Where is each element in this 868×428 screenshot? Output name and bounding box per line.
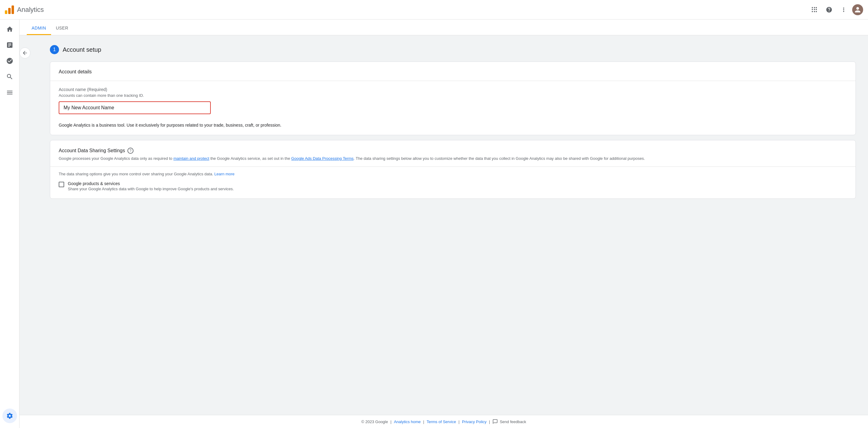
header-left: Analytics (5, 5, 44, 14)
step-header: 1 Account setup (50, 45, 856, 54)
sidebar-item-activity[interactable] (2, 54, 17, 68)
maintain-protect-link[interactable]: maintain and protect (173, 156, 209, 161)
account-name-input[interactable] (59, 102, 211, 114)
feedback-label: Send feedback (500, 420, 526, 424)
sidebar-item-list[interactable] (2, 85, 17, 100)
sharing-divider (50, 167, 856, 167)
sidebar-item-settings[interactable] (2, 408, 17, 423)
step-badge: 1 (50, 45, 59, 54)
cards-container: Account details Account name (Required) … (50, 61, 856, 199)
footer-analytics-home-link[interactable]: Analytics home (394, 420, 421, 424)
logo-bar-2 (8, 8, 11, 14)
back-button[interactable] (20, 48, 30, 58)
apps-icon (812, 7, 817, 12)
data-sharing-help-icon[interactable]: ? (127, 148, 133, 154)
data-sharing-card: Account Data Sharing Settings ? Google p… (50, 140, 856, 199)
more-vert-icon (840, 6, 847, 13)
footer: © 2023 Google | Analytics home | Terms o… (20, 415, 868, 428)
apps-button[interactable] (808, 4, 820, 16)
checkbox-row-1: Google products & services Share your Go… (59, 181, 847, 191)
checkbox-label-1: Google products & services Share your Go… (68, 181, 234, 191)
footer-terms-link[interactable]: Terms of Service (427, 420, 456, 424)
sidebar-item-home[interactable] (2, 22, 17, 36)
body-wrap: ADMIN USER 1 Account setup (0, 20, 868, 428)
app-title: Analytics (17, 6, 44, 14)
arrow-back-icon (22, 50, 28, 56)
help-button[interactable] (823, 4, 835, 16)
card-divider (50, 81, 856, 81)
logo-bar-1 (5, 10, 7, 14)
footer-privacy-link[interactable]: Privacy Policy (462, 420, 487, 424)
top-header: Analytics (0, 0, 868, 20)
more-options-button[interactable] (838, 4, 850, 16)
header-right (808, 4, 863, 16)
account-details-card: Account details Account name (Required) … (50, 61, 856, 135)
business-note: Google Analytics is a business tool. Use… (59, 123, 847, 127)
sidebar-item-search[interactable] (2, 69, 17, 84)
sidebar (0, 20, 20, 428)
step-title: Account setup (63, 46, 101, 53)
send-feedback-button[interactable]: Send feedback (492, 419, 526, 424)
tab-admin[interactable]: ADMIN (27, 21, 51, 35)
sidebar-item-reports[interactable] (2, 38, 17, 52)
required-label: (Required) (87, 87, 107, 92)
google-ads-terms-link[interactable]: Google Ads Data Processing Terms (291, 156, 354, 161)
main-area: ADMIN USER 1 Account setup (20, 20, 868, 428)
logo-bar-3 (11, 5, 14, 14)
sidebar-bottom (2, 408, 17, 426)
checkbox-hint-1: Share your Google Analytics data with Go… (68, 187, 234, 191)
data-sharing-desc: Google processes your Google Analytics d… (59, 155, 847, 162)
back-btn-container (20, 48, 30, 58)
footer-copyright: © 2023 Google (361, 420, 388, 424)
content-scroll: 1 Account setup Account details Account … (20, 35, 868, 415)
account-name-hint: Accounts can contain more than one track… (59, 93, 847, 98)
account-details-title: Account details (59, 69, 847, 75)
learn-more-link[interactable]: Learn more (214, 172, 235, 176)
help-icon (826, 6, 832, 13)
user-avatar[interactable] (852, 4, 863, 15)
learn-more-row: The data sharing options give you more c… (59, 172, 847, 176)
sidebar-top (2, 22, 17, 100)
data-sharing-title: Account Data Sharing Settings ? (59, 148, 847, 154)
tab-user[interactable]: USER (51, 21, 73, 35)
feedback-icon (492, 419, 498, 424)
tabs-bar: ADMIN USER (20, 20, 868, 35)
analytics-logo (5, 5, 14, 14)
account-name-label: Account name (Required) (59, 87, 847, 92)
google-products-checkbox[interactable] (59, 182, 64, 187)
